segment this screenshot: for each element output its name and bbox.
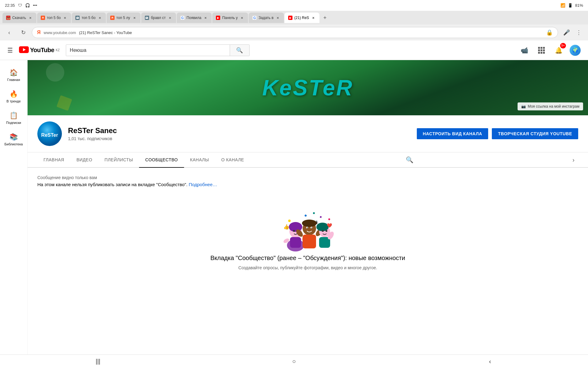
- tab-2-close[interactable]: ✕: [62, 15, 67, 20]
- tab-4-label: топ 5 лу: [116, 16, 130, 20]
- hamburger-menu[interactable]: ☰: [7, 47, 13, 54]
- time: 22:35: [5, 3, 15, 8]
- user-avatar[interactable]: 🌍: [570, 45, 581, 56]
- tab-community[interactable]: СООБЩЕСТВО: [139, 152, 184, 168]
- tab-5[interactable]: 🏔 бравл ст ✕: [141, 13, 176, 23]
- tab-about[interactable]: О КАНАЛЕ: [215, 152, 250, 168]
- youtube-studio-button[interactable]: ТВОРЧЕСКАЯ СТУДИЯ YOUTUBE: [492, 128, 578, 139]
- bottom-back-button[interactable]: ‹: [481, 355, 499, 368]
- tab-about-label: О КАНАЛЕ: [221, 157, 244, 162]
- svg-rect-10: [543, 52, 545, 54]
- reload-button[interactable]: ↻: [18, 27, 29, 38]
- youtube-logo[interactable]: YouTube KZ: [19, 45, 60, 55]
- tab-5-close[interactable]: ✕: [168, 15, 172, 20]
- tab-6[interactable]: G Появила ✕: [177, 13, 212, 23]
- vpn-icon: 🛡: [18, 3, 22, 8]
- svg-rect-6: [541, 49, 542, 51]
- community-empty-subtitle: Создавайте опросы, публикуйте фотографии…: [238, 265, 377, 270]
- home-circle-icon: ○: [292, 358, 296, 365]
- svg-point-40: [328, 218, 330, 220]
- community-section: Сообщение видно только вам На этом канал…: [28, 168, 588, 290]
- tab-channels[interactable]: КАНАЛЫ: [184, 152, 215, 168]
- tab-videos[interactable]: ВИДЕО: [70, 152, 99, 168]
- tab-7-close[interactable]: ✕: [239, 15, 244, 20]
- svg-point-43: [313, 212, 315, 214]
- tabs-bar: 📥 Скачать ✕ Я топ 5 бо ✕ 🏔 топ 5 бо ✕ Я …: [0, 11, 588, 25]
- tab-3-label: топ 5 бо: [81, 16, 95, 20]
- yandex-logo: Я: [37, 30, 41, 35]
- create-video-button[interactable]: 📹: [518, 44, 530, 56]
- channel-avatar-image: ReSTer: [37, 121, 62, 146]
- tab-6-close[interactable]: ✕: [203, 15, 208, 20]
- battery: 81%: [575, 3, 583, 8]
- address-url: www.youtube.com: [44, 30, 76, 35]
- apps-button[interactable]: [535, 44, 548, 56]
- sidebar-item-subscriptions[interactable]: 📋 Подписки: [0, 108, 27, 128]
- address-title: (21) ReSTer Sanec - YouTube: [79, 30, 132, 35]
- community-notice: Сообщение видно только вам На этом канал…: [37, 175, 578, 187]
- status-right: 📶 📱 81%: [560, 3, 583, 8]
- tab-8[interactable]: G Задать в ✕: [249, 13, 284, 23]
- sidebar-item-library[interactable]: 📚 Библиотека: [0, 129, 27, 150]
- tab-9[interactable]: ▶ (21) ReS ✕: [285, 13, 319, 23]
- tab-4-close[interactable]: ✕: [132, 15, 137, 20]
- tab-2[interactable]: Я топ 5 бо ✕: [37, 13, 71, 23]
- svg-rect-41: [304, 214, 307, 217]
- address-bar-row: ‹ ↻ Я www.youtube.com (21) ReSTer Sanec …: [0, 25, 588, 40]
- tab-community-label: СООБЩЕСТВО: [145, 157, 178, 162]
- back-arrow-icon: ‹: [489, 358, 491, 365]
- headphones-icon: 🎧: [25, 3, 30, 8]
- banner-deco-1: [46, 63, 64, 82]
- tab-6-label: Появила: [187, 16, 202, 20]
- svg-point-28: [307, 228, 308, 228]
- tab-8-close[interactable]: ✕: [275, 15, 280, 20]
- search-bar[interactable]: 🔍: [66, 44, 250, 56]
- svg-rect-23: [303, 235, 316, 248]
- banner-instagram-link[interactable]: 📷 Моя ссылка на мой инстаграм: [518, 102, 583, 110]
- home-icon: 🏠: [9, 69, 18, 77]
- tab-1-close[interactable]: ✕: [28, 15, 33, 20]
- community-learn-more-link[interactable]: Подробнее…: [189, 182, 217, 187]
- notifications-button[interactable]: 🔔 9+: [552, 44, 565, 56]
- status-left: 22:35 🛡 🎧 •••: [5, 3, 37, 8]
- more-button[interactable]: ⋮: [573, 27, 584, 38]
- channel-subscribers: 1,01 тыс. подписчиков: [68, 136, 411, 141]
- address-bar[interactable]: Я www.youtube.com (21) ReSTer Sanec - Yo…: [32, 27, 558, 38]
- tab-3-close[interactable]: ✕: [97, 15, 102, 20]
- svg-rect-2: [538, 47, 540, 49]
- customize-channel-button[interactable]: НАСТРОИТЬ ВИД КАНАЛА: [417, 128, 488, 139]
- recents-icon: |||: [96, 358, 100, 365]
- new-tab-button[interactable]: +: [320, 13, 330, 23]
- tab-home[interactable]: ГЛАВНАЯ: [37, 152, 70, 168]
- banner-channel-name: KeSTeR: [262, 75, 353, 100]
- tab-9-favicon: ▶: [288, 16, 292, 20]
- svg-point-19: [293, 230, 295, 232]
- bottom-recents-button[interactable]: |||: [89, 355, 107, 368]
- sidebar-item-trending[interactable]: 🔥 В тренде: [0, 86, 27, 107]
- tab-next-icon[interactable]: ›: [569, 153, 578, 167]
- tab-playlists[interactable]: ПЛЕЙЛИСТЫ: [98, 152, 139, 168]
- tab-3-favicon: 🏔: [75, 16, 80, 20]
- trending-icon: 🔥: [9, 90, 18, 98]
- tab-9-close[interactable]: ✕: [311, 15, 316, 20]
- search-button[interactable]: 🔍: [230, 45, 249, 56]
- tab-1[interactable]: 📥 Скачать ✕: [2, 13, 36, 23]
- back-button[interactable]: ‹: [4, 27, 15, 38]
- instagram-icon: 📷: [521, 104, 526, 109]
- bottom-home-button[interactable]: ○: [285, 355, 303, 368]
- community-empty-title: Вкладка "Сообщество" (ранее – "Обсуждени…: [210, 255, 405, 262]
- tab-search-icon[interactable]: 🔍: [402, 152, 417, 167]
- community-notice-title: Сообщение видно только вам: [37, 175, 578, 180]
- bottom-navigation: ||| ○ ‹: [0, 355, 588, 368]
- channel-meta: ReSTer Sanec 1,01 тыс. подписчиков: [68, 126, 411, 141]
- tab-playlists-label: ПЛЕЙЛИСТЫ: [104, 157, 133, 162]
- sidebar-item-home[interactable]: 🏠 Главная: [0, 65, 27, 85]
- search-input[interactable]: [66, 45, 230, 56]
- mic-button[interactable]: 🎤: [561, 27, 572, 38]
- tab-3[interactable]: 🏔 топ 5 бо ✕: [72, 13, 106, 23]
- svg-text:👍: 👍: [283, 224, 289, 230]
- tab-7[interactable]: ▶ Панель у ✕: [212, 13, 248, 23]
- tab-4[interactable]: Я топ 5 лу ✕: [107, 13, 141, 23]
- tab-2-label: топ 5 бо: [47, 16, 61, 20]
- svg-rect-8: [538, 52, 540, 54]
